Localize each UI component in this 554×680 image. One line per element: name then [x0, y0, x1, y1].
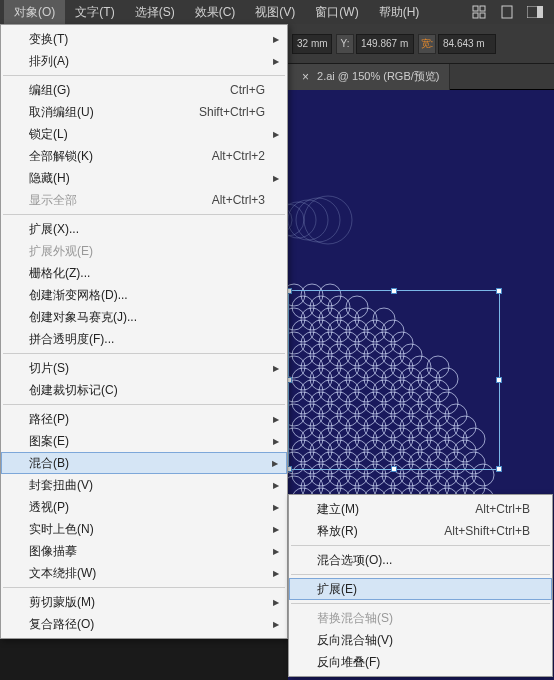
menu-separator	[3, 75, 285, 76]
menu-object[interactable]: 对象(O)	[4, 0, 65, 25]
menu-separator	[291, 603, 550, 604]
tab-title: 2.ai @ 150% (RGB/预览)	[317, 69, 439, 84]
object-menu: 变换(T) 排列(A) 编组(G)Ctrl+G 取消编组(U)Shift+Ctr…	[0, 24, 288, 639]
doc-icon[interactable]	[496, 3, 518, 21]
menu-window[interactable]: 窗口(W)	[305, 0, 368, 25]
selection-handle[interactable]	[496, 466, 502, 472]
menu-separator	[3, 404, 285, 405]
submenu-options[interactable]: 混合选项(O)...	[289, 549, 552, 571]
selection-handle[interactable]	[496, 377, 502, 383]
submenu-replace-spine: 替换混合轴(S)	[289, 607, 552, 629]
menu-live-paint[interactable]: 实时上色(N)	[1, 518, 287, 540]
w-input[interactable]	[438, 34, 496, 54]
menu-gradient-mesh[interactable]: 创建渐变网格(D)...	[1, 284, 287, 306]
svg-rect-6	[537, 6, 543, 18]
menu-lock[interactable]: 锁定(L)	[1, 123, 287, 145]
menu-separator	[291, 574, 550, 575]
selection-handle[interactable]	[496, 288, 502, 294]
menu-transform[interactable]: 变换(T)	[1, 28, 287, 50]
svg-rect-3	[480, 13, 485, 18]
blend-submenu: 建立(M)Alt+Ctrl+B 释放(R)Alt+Shift+Ctrl+B 混合…	[288, 494, 553, 677]
selection-handle[interactable]	[288, 288, 292, 294]
submenu-reverse-front[interactable]: 反向堆叠(F)	[289, 651, 552, 673]
menu-arrange[interactable]: 排列(A)	[1, 50, 287, 72]
menu-image-trace[interactable]: 图像描摹	[1, 540, 287, 562]
selection-handle[interactable]	[391, 288, 397, 294]
control-bar: Y: 宽:	[288, 24, 554, 64]
menu-show-all: 显示全部Alt+Ctrl+3	[1, 189, 287, 211]
selection-box	[288, 290, 500, 470]
selection-handle[interactable]	[391, 466, 397, 472]
menu-blend[interactable]: 混合(B)	[1, 452, 287, 474]
menu-unlock-all[interactable]: 全部解锁(K)Alt+Ctrl+2	[1, 145, 287, 167]
menu-object-mosaic[interactable]: 创建对象马赛克(J)...	[1, 306, 287, 328]
submenu-release[interactable]: 释放(R)Alt+Shift+Ctrl+B	[289, 520, 552, 542]
menu-type[interactable]: 文字(T)	[65, 0, 124, 25]
menu-text-wrap[interactable]: 文本绕排(W)	[1, 562, 287, 584]
svg-rect-4	[502, 6, 512, 18]
svg-point-11	[296, 198, 340, 242]
selection-handle[interactable]	[288, 466, 292, 472]
tab-close[interactable]: ×	[302, 70, 309, 84]
y-input[interactable]	[356, 34, 414, 54]
menu-expand[interactable]: 扩展(X)...	[1, 218, 287, 240]
menu-separator	[3, 587, 285, 588]
menu-expand-appearance: 扩展外观(E)	[1, 240, 287, 262]
menu-slice[interactable]: 切片(S)	[1, 357, 287, 379]
svg-rect-1	[480, 6, 485, 11]
menu-separator	[291, 545, 550, 546]
svg-rect-0	[473, 6, 478, 11]
menu-perspective[interactable]: 透视(P)	[1, 496, 287, 518]
selection-handle[interactable]	[288, 377, 292, 383]
menu-path[interactable]: 路径(P)	[1, 408, 287, 430]
layout-icon[interactable]	[524, 3, 546, 21]
menubar-right	[468, 3, 554, 21]
svg-rect-2	[473, 13, 478, 18]
submenu-expand[interactable]: 扩展(E)	[289, 578, 552, 600]
menu-help[interactable]: 帮助(H)	[369, 0, 430, 25]
menu-effect[interactable]: 效果(C)	[185, 0, 246, 25]
menu-pattern[interactable]: 图案(E)	[1, 430, 287, 452]
y-label: Y:	[336, 34, 354, 54]
menu-group[interactable]: 编组(G)Ctrl+G	[1, 79, 287, 101]
w-label: 宽:	[418, 34, 436, 54]
submenu-make[interactable]: 建立(M)Alt+Ctrl+B	[289, 498, 552, 520]
menu-compound-path[interactable]: 复合路径(O)	[1, 613, 287, 635]
menu-view[interactable]: 视图(V)	[245, 0, 305, 25]
menu-envelope[interactable]: 封套扭曲(V)	[1, 474, 287, 496]
menu-crop-marks[interactable]: 创建裁切标记(C)	[1, 379, 287, 401]
menu-separator	[3, 353, 285, 354]
menu-rasterize[interactable]: 栅格化(Z)...	[1, 262, 287, 284]
menu-clipping-mask[interactable]: 剪切蒙版(M)	[1, 591, 287, 613]
document-tab[interactable]: × 2.ai @ 150% (RGB/预览)	[288, 64, 450, 90]
submenu-reverse-spine[interactable]: 反向混合轴(V)	[289, 629, 552, 651]
x-input[interactable]	[292, 34, 332, 54]
menu-select[interactable]: 选择(S)	[125, 0, 185, 25]
grid-icon[interactable]	[468, 3, 490, 21]
tab-bar: × 2.ai @ 150% (RGB/预览)	[288, 64, 554, 90]
menu-ungroup[interactable]: 取消编组(U)Shift+Ctrl+G	[1, 101, 287, 123]
menu-flatten-transparency[interactable]: 拼合透明度(F)...	[1, 328, 287, 350]
menubar: 对象(O) 文字(T) 选择(S) 效果(C) 视图(V) 窗口(W) 帮助(H…	[0, 0, 554, 24]
menu-separator	[3, 214, 285, 215]
menu-hide[interactable]: 隐藏(H)	[1, 167, 287, 189]
